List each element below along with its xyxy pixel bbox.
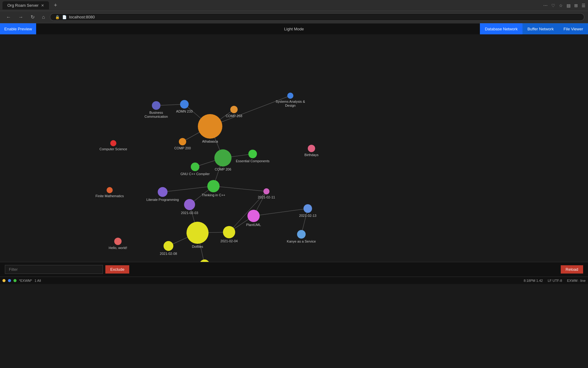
graph-area: BusinessCommunicationADMN 233COMP 268Sys… <box>0 34 588 262</box>
graph-edge <box>163 186 213 192</box>
graph-node-birthdays[interactable] <box>308 145 315 152</box>
graph-node-label-comp200: COMP 200 <box>174 146 191 150</box>
graph-node-label-thinking-cpp: Thinking in C++ <box>202 193 225 197</box>
graph-node-label-comp206: COMP 206 <box>215 167 231 171</box>
graph-edge <box>213 186 266 191</box>
graph-node-2021-02-11[interactable] <box>263 188 270 194</box>
forward-button[interactable]: → <box>16 13 26 21</box>
graph-node-literate-prog[interactable] <box>158 187 168 197</box>
browser-sidebar-icon[interactable]: ▤ <box>567 3 571 8</box>
light-mode-label: Light Mode <box>284 27 304 31</box>
graph-node-label-2021-02-08: 2021-02-08 <box>160 252 177 255</box>
graph-node-immutable-emacs[interactable] <box>200 259 209 262</box>
graph-node-comp268[interactable] <box>230 106 238 113</box>
graph-node-label-2021-02-11: 2021-02-11 <box>258 195 275 199</box>
graph-node-label-athabasca: Athabasca <box>202 140 218 143</box>
exclude-button[interactable]: Exclude <box>105 265 129 274</box>
back-button[interactable]: ← <box>4 13 13 21</box>
new-tab-button[interactable]: + <box>51 2 60 9</box>
graph-node-plantuml[interactable] <box>247 210 260 222</box>
graph-node-label-2021-02-03: 2021-02-03 <box>181 211 198 215</box>
graph-node-label-business-comm: BusinessCommunication <box>145 111 168 118</box>
graph-node-athabasca[interactable] <box>198 114 222 139</box>
status-bar: *EXWM* 1 All 8:18PM 1.42 LF UTF-8 EXWM :… <box>0 277 588 284</box>
status-dot-green <box>13 279 17 282</box>
encoding-display: LF UTF-8 <box>548 279 562 282</box>
tab-title: Org Roam Server <box>7 3 39 8</box>
graph-node-label-2021-02-04: 2021-02-04 <box>221 239 238 243</box>
graph-node-2021-02-08[interactable] <box>164 241 173 251</box>
browser-titlebar: Org Roam Server ✕ + ⋯ ♡ ☆ ▤ ⊞ ☰ <box>0 0 588 11</box>
graph-svg: BusinessCommunicationADMN 233COMP 268Sys… <box>0 34 588 262</box>
home-button[interactable]: ⌂ <box>40 13 47 21</box>
graph-node-label-essential: Essential Components <box>236 159 270 163</box>
graph-node-label-plantuml: PlantUML <box>246 223 261 227</box>
graph-node-label-comp-sci: Computer Science <box>100 147 127 151</box>
browser-menu-icon[interactable]: ⋯ <box>543 3 548 8</box>
time-display: 8:18PM 1.42 <box>524 279 543 282</box>
graph-node-label-finite-math: Finite Mathematics <box>96 194 124 198</box>
browser-tab[interactable]: Org Roam Server ✕ <box>2 1 49 10</box>
toolbar-right-buttons: Database Network Buffer Network File Vie… <box>480 23 588 34</box>
file-viewer-button[interactable]: File Viewer <box>559 23 588 34</box>
graph-node-label-birthdays: Birthdays <box>304 153 318 157</box>
browser-bookmark-icon[interactable]: ♡ <box>551 3 555 8</box>
graph-node-2021-02-03[interactable] <box>184 199 195 210</box>
browser-navbar: ← → ↻ ⌂ 🔒 📄 localhost:8080 <box>0 11 588 23</box>
address-bar[interactable]: 🔒 📄 localhost:8080 <box>50 13 584 21</box>
graph-node-sys-analysis[interactable] <box>287 93 293 99</box>
status-dot-yellow <box>2 279 6 282</box>
graph-node-comp200[interactable] <box>179 138 186 145</box>
graph-node-label-2021-02-13: 2021-02-13 <box>299 214 316 217</box>
status-right: 8:18PM 1.42 LF UTF-8 EXWM : line <box>524 279 586 282</box>
reload-button[interactable]: Reload <box>561 265 583 274</box>
buffer-network-button[interactable]: Buffer Network <box>522 23 559 34</box>
graph-node-2021-02-04[interactable] <box>223 226 235 238</box>
security-icon: 🔒 <box>55 15 60 19</box>
graph-node-label-comp268: COMP 268 <box>226 114 242 118</box>
tab-close-icon[interactable]: ✕ <box>41 3 44 8</box>
graph-node-finite-math[interactable] <box>107 187 113 193</box>
workspace-label: *EXWM* <box>19 279 32 282</box>
graph-node-2021-02-13[interactable] <box>303 204 312 213</box>
desktop-label: 1 All <box>35 279 41 282</box>
browser-star-icon[interactable]: ☆ <box>559 3 563 8</box>
graph-node-label-admn233: ADMN 233 <box>176 109 193 113</box>
graph-node-label-dotfiles: Dotfiles <box>192 245 203 248</box>
page-icon: 📄 <box>62 15 67 19</box>
database-network-button[interactable]: Database Network <box>480 23 522 34</box>
app-toolbar: Enable Preview Light Mode Database Netwo… <box>0 23 588 34</box>
graph-node-label-literate-prog: Literate Programming <box>146 198 179 201</box>
browser-hamburger-icon[interactable]: ☰ <box>582 3 586 8</box>
filter-bar: Exclude Reload <box>0 262 588 277</box>
enable-preview-button[interactable]: Enable Preview <box>0 23 36 34</box>
graph-node-label-sys-analysis: Systems Analysis &Design <box>276 100 305 107</box>
graph-node-dotfiles[interactable] <box>187 222 209 244</box>
graph-node-label-kanye: Kanye as a Service <box>287 240 316 243</box>
graph-node-thinking-cpp[interactable] <box>207 180 220 192</box>
mode-display: EXWM : line <box>567 279 586 282</box>
graph-node-essential[interactable] <box>248 150 257 158</box>
filter-input[interactable] <box>5 265 103 274</box>
graph-node-kanye[interactable] <box>297 230 306 239</box>
status-dot-blue <box>8 279 11 282</box>
graph-node-gnu-cpp[interactable] <box>191 163 199 171</box>
graph-node-admn233[interactable] <box>180 100 189 109</box>
graph-node-label-gnu-cpp: GNU C++ Compiler <box>180 172 210 176</box>
graph-node-comp206[interactable] <box>214 149 232 167</box>
url-display: localhost:8080 <box>69 15 95 19</box>
browser-layout-icon[interactable]: ⊞ <box>574 3 578 8</box>
refresh-button[interactable]: ↻ <box>28 13 37 21</box>
graph-node-label-hello-world: Hello, world! <box>109 246 127 250</box>
graph-node-hello-world[interactable] <box>114 238 122 245</box>
graph-node-business-comm[interactable] <box>152 101 160 110</box>
graph-node-comp-sci[interactable] <box>110 140 116 146</box>
